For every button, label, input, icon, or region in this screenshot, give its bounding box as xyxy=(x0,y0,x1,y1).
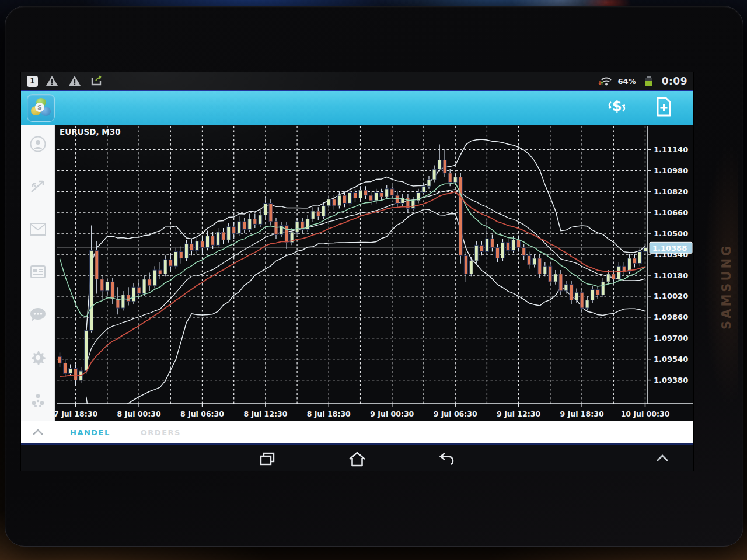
svg-text:8 Jul 00:30: 8 Jul 00:30 xyxy=(117,410,161,418)
news-icon[interactable] xyxy=(29,263,47,281)
back-button[interactable] xyxy=(437,450,457,468)
svg-text:1.10388: 1.10388 xyxy=(652,244,687,253)
settings-gear-icon[interactable] xyxy=(29,349,47,366)
svg-text:$: $ xyxy=(612,98,622,114)
nav-collapse-icon[interactable] xyxy=(655,453,693,465)
svg-text:1.10180: 1.10180 xyxy=(654,271,688,280)
panel-collapse-icon[interactable] xyxy=(21,428,55,436)
svg-text:8 Jul 06:30: 8 Jul 06:30 xyxy=(180,410,224,418)
main-content: 1.111401.109801.108201.106601.105001.103… xyxy=(21,125,693,421)
current-price-tag: 1.10388 xyxy=(650,242,692,253)
wifi-data-icon xyxy=(596,72,614,90)
android-nav-bar xyxy=(21,443,693,471)
trade-dollar-icon[interactable]: $ xyxy=(606,97,628,119)
chart-background xyxy=(55,125,693,421)
chat-icon[interactable] xyxy=(29,306,47,324)
svg-text:9 Jul 06:30: 9 Jul 06:30 xyxy=(434,410,477,418)
clock: 0:09 xyxy=(662,75,687,87)
tablet-screen: 1 xyxy=(21,72,693,471)
new-order-icon[interactable] xyxy=(654,96,673,120)
svg-text:9 Jul 18:30: 9 Jul 18:30 xyxy=(560,410,604,418)
svg-text:1.09700: 1.09700 xyxy=(654,334,688,342)
tab-handel[interactable]: HANDEL xyxy=(55,428,125,437)
tablet-device: SAMSUNG 1 xyxy=(5,6,743,547)
chart-panel: 1.111401.109801.108201.106601.105001.103… xyxy=(55,125,693,421)
svg-text:1.10020: 1.10020 xyxy=(654,292,688,300)
home-button[interactable] xyxy=(347,450,367,468)
svg-text:10 Jul 00:30: 10 Jul 00:30 xyxy=(621,410,670,418)
screenshot-icon[interactable] xyxy=(89,72,106,90)
battery-icon xyxy=(640,72,658,90)
chart-symbol-label: EURUSD, M30 xyxy=(60,127,121,136)
samsung-logo: SAMSUNG xyxy=(720,214,735,359)
logo-center-ball: S xyxy=(35,103,44,112)
app-toolbar: S $ xyxy=(21,91,693,125)
svg-text:8 Jul 18:30: 8 Jul 18:30 xyxy=(307,410,351,418)
svg-text:1.09860: 1.09860 xyxy=(654,313,688,321)
svg-text:1.09380: 1.09380 xyxy=(654,376,688,384)
photo-background: SAMSUNG 1 xyxy=(0,0,747,560)
account-icon[interactable] xyxy=(29,135,47,153)
community-icon[interactable] xyxy=(29,391,47,409)
left-sidebar xyxy=(21,125,55,421)
warning-icon[interactable] xyxy=(43,72,61,90)
warning-icon[interactable] xyxy=(66,72,83,90)
mail-icon[interactable] xyxy=(29,220,47,238)
svg-text:7 Jul 18:30: 7 Jul 18:30 xyxy=(55,410,97,418)
recents-button[interactable] xyxy=(257,450,277,468)
svg-text:8 Jul 12:30: 8 Jul 12:30 xyxy=(243,410,287,418)
battery-percent: 64% xyxy=(618,77,636,86)
metatrader5-logo[interactable]: S xyxy=(27,94,55,122)
svg-text:9 Jul 12:30: 9 Jul 12:30 xyxy=(497,410,540,418)
tab-orders[interactable]: ORDERS xyxy=(125,428,196,437)
trade-arrows-icon[interactable] xyxy=(29,178,47,195)
svg-text:1.11140: 1.11140 xyxy=(654,145,688,154)
svg-text:1.10820: 1.10820 xyxy=(654,187,688,196)
svg-text:1.09540: 1.09540 xyxy=(654,355,688,363)
price-chart[interactable]: 1.111401.109801.108201.106601.105001.103… xyxy=(55,125,693,421)
svg-text:9 Jul 00:30: 9 Jul 00:30 xyxy=(370,410,414,418)
svg-text:1.10980: 1.10980 xyxy=(654,166,688,175)
svg-text:1.10660: 1.10660 xyxy=(654,208,688,217)
android-status-bar: 1 xyxy=(21,72,693,91)
svg-text:1.10500: 1.10500 xyxy=(654,229,688,238)
notification-count-icon[interactable]: 1 xyxy=(27,76,38,87)
bottom-tab-bar: HANDEL ORDERS xyxy=(21,421,693,443)
